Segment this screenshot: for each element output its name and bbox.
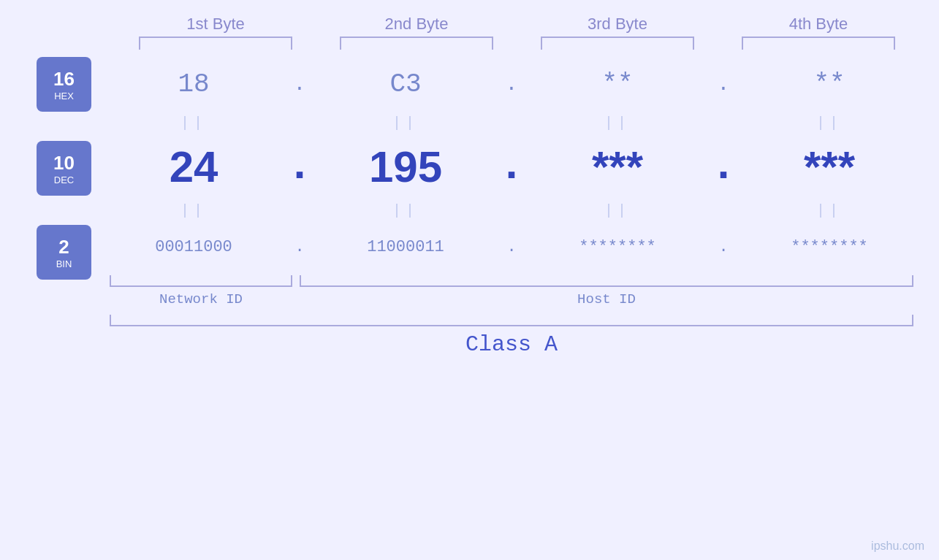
host-bracket (300, 275, 913, 287)
bin-sep-3: . (709, 238, 738, 256)
byte-header-3: 3rd Byte (541, 15, 694, 34)
hex-badge: 16 HEX (37, 57, 91, 112)
hex-cell-1: 18 (117, 69, 270, 99)
bin-cell-1: 00011000 (117, 238, 270, 256)
hex-cell-2: C3 (329, 69, 482, 99)
byte-header-1: 1st Byte (139, 15, 292, 34)
hex-cell-4: ** (753, 69, 906, 99)
network-bracket (110, 275, 292, 287)
equals-row-2: || || || || (110, 199, 913, 221)
equals-row-1: || || || || (110, 112, 913, 134)
byte-header-4: 4th Byte (742, 15, 895, 34)
hex-sep-1: . (285, 73, 314, 96)
bracket-1 (139, 37, 292, 50)
bin-sep-2: . (497, 238, 526, 256)
class-bracket (110, 315, 913, 326)
hex-number: 16 (53, 68, 75, 91)
hex-name: HEX (54, 91, 74, 101)
dec-cell-3: *** (541, 142, 694, 192)
bracket-3 (541, 37, 694, 50)
dec-sep-2: . (497, 142, 526, 191)
dec-row: 24 . 195 . *** . *** (110, 134, 913, 199)
dec-cell-1: 24 (117, 142, 270, 192)
dec-cell-4: *** (753, 142, 906, 192)
watermark: ipshu.com (871, 540, 924, 553)
class-label: Class A (110, 332, 913, 357)
dec-badge: 10 DEC (37, 141, 91, 196)
network-id-label: Network ID (110, 291, 292, 307)
bracket-2 (340, 37, 493, 50)
id-labels: Network ID Host ID (110, 291, 913, 307)
bin-number: 2 (58, 236, 69, 258)
bin-badge: 2 BIN (37, 225, 91, 280)
main-container: 1st Byte 2nd Byte 3rd Byte 4th Byte 16 H… (0, 0, 939, 560)
dec-sep-1: . (285, 142, 314, 191)
dec-number: 10 (53, 152, 75, 174)
byte-header-2: 2nd Byte (340, 15, 493, 34)
top-brackets (115, 37, 919, 50)
byte-headers: 1st Byte 2nd Byte 3rd Byte 4th Byte (115, 15, 919, 34)
dec-sep-3: . (709, 142, 738, 191)
bracket-4 (742, 37, 895, 50)
bin-sep-1: . (285, 238, 314, 256)
bottom-brackets (110, 275, 913, 287)
bin-name: BIN (56, 258, 72, 269)
bin-cell-3: ******** (541, 238, 694, 256)
hex-sep-3: . (709, 73, 738, 96)
bin-cell-2: 11000011 (329, 238, 482, 256)
hex-cell-3: ** (541, 69, 694, 99)
dec-cell-2: 195 (329, 142, 482, 192)
hex-sep-2: . (497, 73, 526, 96)
host-id-label: Host ID (300, 291, 913, 307)
hex-row: 18 . C3 . ** . ** (110, 57, 913, 112)
bin-cell-4: ******** (753, 238, 906, 256)
bin-row: 00011000 . 11000011 . ******** . (110, 221, 913, 272)
dec-name: DEC (54, 174, 74, 185)
